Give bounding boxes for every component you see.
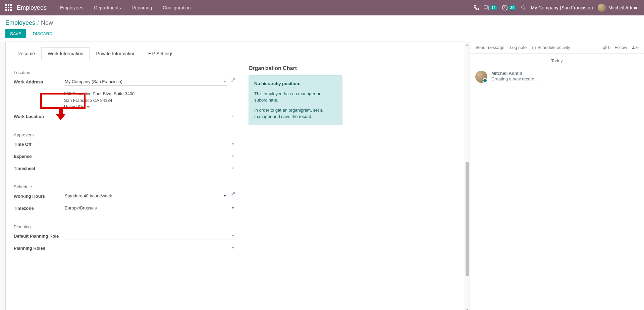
external-link-icon[interactable] [230,192,235,198]
user-menu[interactable]: Mitchell Admin [598,4,639,12]
row-working-hours: Working Hours ▾ [14,192,235,202]
address-line-3: United States [64,104,235,110]
svg-line-3 [232,78,234,80]
section-planning-title: Planning [14,224,235,229]
form-right-column: Organization Chart No hierarchy position… [249,65,342,256]
work-address-input[interactable] [64,78,227,86]
working-hours-input[interactable] [64,192,227,200]
apps-icon[interactable] [5,4,12,11]
tab-private-information[interactable]: Private Information [90,47,142,60]
section-location-title: Location [14,70,235,75]
work-location-field[interactable]: ▾ [64,112,235,120]
followers-count: 0 [636,45,639,50]
today-label: Today [547,58,567,63]
activities-icon[interactable]: 39 [502,5,516,11]
breadcrumb-current: New [41,19,53,26]
org-chart-title: Organization Chart [249,65,342,71]
conversations-icon[interactable]: 12 [484,5,497,10]
attachments-count: 0 [608,45,610,50]
phone-icon[interactable] [474,5,479,10]
working-hours-field[interactable]: ▾ [64,192,227,200]
external-link-icon[interactable] [230,78,235,83]
planning-roles-input[interactable] [64,244,235,252]
breadcrumb: Employees / New [5,19,639,26]
timesheet-input[interactable] [64,164,235,172]
planning-roles-field[interactable]: ▾ [64,244,235,252]
company-selector[interactable]: My Company (San Francisco) [531,5,593,10]
row-time-off: Time Off ▾ [14,140,235,150]
expense-field[interactable]: ▾ [64,152,235,160]
send-message-button[interactable]: Send message [475,45,504,50]
timezone-input[interactable] [64,204,235,212]
user-avatar-icon [598,4,606,12]
nav-right: 12 39 My Company (San Francisco) Mitchel… [474,4,639,12]
row-timezone: Timezone ▾ [14,204,235,214]
work-address-field[interactable]: ▾ [64,78,227,86]
expense-label: Expense [14,152,64,159]
scroll-down-icon[interactable]: ▾ [464,307,470,310]
schedule-activity-label: Schedule activity [537,45,570,50]
work-address-label: Work Address [14,78,64,84]
default-planning-role-input[interactable] [64,232,235,240]
org-chart-alert: No hierarchy position. This employee has… [249,75,342,125]
default-planning-role-field[interactable]: ▾ [64,232,235,240]
nav-item-employees[interactable]: Employees [55,0,89,15]
timesheet-label: Timesheet [14,164,64,171]
form-body: Location Work Address ▾ [6,60,464,261]
debug-icon[interactable] [521,5,526,10]
attachments-button[interactable]: 0 [603,45,610,50]
tab-resume[interactable]: Resumé [11,47,41,60]
row-work-location: Work Location ▾ [14,112,235,122]
time-off-label: Time Off [14,140,64,147]
nav-menu: Employees Departments Reporting Configur… [55,0,196,15]
log-note-button[interactable]: Log note [510,45,527,50]
scroll-up-icon[interactable]: ▴ [464,42,470,47]
row-expense: Expense ▾ [14,152,235,162]
form-scroll-area: ▴ ▾ Resumé Work Information Private Info… [0,42,470,310]
follow-button[interactable]: Follow [614,45,627,50]
user-icon [631,46,635,50]
section-schedule-title: Schedule [14,184,235,189]
tab-hr-settings[interactable]: HR Settings [142,47,180,60]
row-default-planning-role: Default Planning Role ▾ [14,232,235,242]
chatter-message: Mitchell Admin Creating a new record... [470,68,644,85]
nav-item-configuration[interactable]: Configuration [157,0,196,15]
followers-button[interactable]: 0 [631,45,639,50]
timesheet-field[interactable]: ▾ [64,164,235,172]
form-left-column: Location Work Address ▾ [14,65,235,256]
message-author: Mitchell Admin [491,71,538,76]
address-line-1: 250 Executive Park Blvd, Suite 3400 [64,90,235,97]
schedule-activity-button[interactable]: Schedule activity [532,45,570,50]
planning-roles-label: Planning Roles [14,244,64,251]
conversations-badge: 12 [490,5,497,10]
expense-input[interactable] [64,152,235,160]
alert-text-2: In order to get an organigram, set a man… [254,107,337,120]
scrollbar-thumb[interactable] [466,162,469,276]
save-button[interactable]: Save [5,29,26,38]
nav-item-reporting[interactable]: Reporting [126,0,157,15]
address-display: 250 Executive Park Blvd, Suite 3400 San … [64,90,235,110]
nav-item-departments[interactable]: Departments [89,0,126,15]
section-approvers-title: Approvers [14,132,235,137]
alert-text-1: This employee has no manager or subordin… [254,90,337,104]
time-off-input[interactable] [64,140,235,148]
chatter-today-separator: Today [470,58,644,63]
tab-work-information[interactable]: Work Information [41,47,90,60]
time-off-field[interactable]: ▾ [64,140,235,148]
default-planning-role-label: Default Planning Role [14,232,64,239]
breadcrumb-parent[interactable]: Employees [5,19,35,26]
work-location-label: Work Location [14,112,64,119]
brand-title: Employees [17,4,47,11]
message-text: Creating a new record... [491,76,538,81]
discard-button[interactable]: Discard [30,29,56,38]
activities-badge: 39 [508,5,516,10]
message-avatar-icon [475,71,487,83]
work-location-input[interactable] [64,112,235,120]
timezone-label: Timezone [14,204,64,211]
paperclip-icon [603,46,607,50]
row-timesheet: Timesheet ▾ [14,164,235,174]
row-work-address: Work Address ▾ [14,78,235,88]
timezone-field[interactable]: ▾ [64,204,235,212]
svg-line-4 [232,192,234,194]
address-line-2: San Francisco CA 94134 [64,97,235,104]
